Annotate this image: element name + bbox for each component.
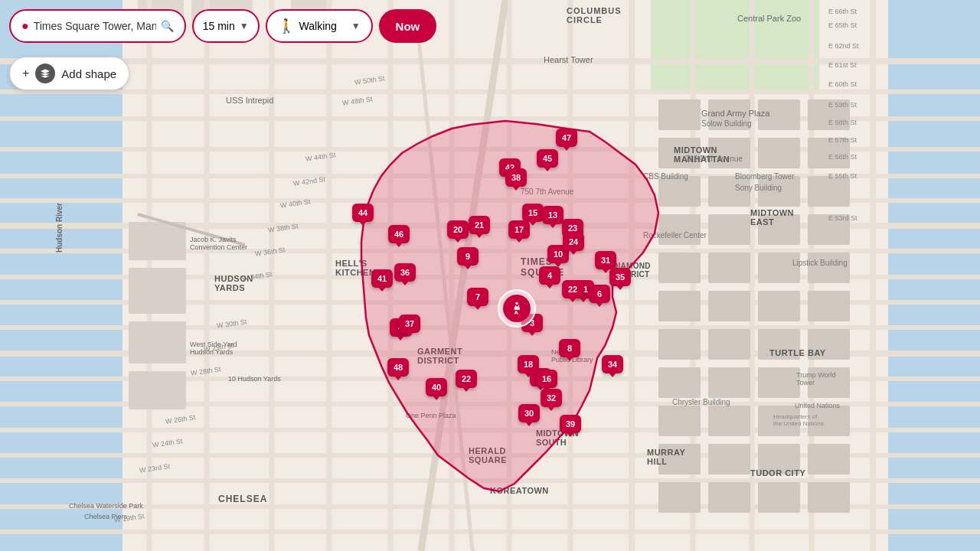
time-selector[interactable]: 15 min ▼ [192, 9, 260, 43]
marker-48[interactable]: 48 [387, 358, 409, 377]
svg-rect-77 [658, 406, 701, 436]
marker-32[interactable]: 32 [541, 389, 562, 407]
e57-label: E 57th St [828, 136, 857, 144]
svg-rect-44 [129, 371, 186, 409]
svg-rect-41 [129, 222, 186, 260]
search-box[interactable]: ● 🔍 [9, 9, 186, 43]
marker-15a[interactable]: 15 [522, 204, 544, 222]
svg-rect-73 [658, 367, 701, 398]
svg-rect-66 [708, 291, 750, 321]
e59-label: E 59th St [828, 101, 857, 109]
one-penn-label: One Penn Plaza [406, 412, 456, 419]
marker-36[interactable]: 36 [394, 263, 416, 282]
svg-rect-78 [708, 406, 750, 436]
svg-rect-68 [808, 291, 850, 321]
columbus-circle-label: COLUMBUSCIRCLE [567, 6, 622, 24]
e62-label: E 62nd St [828, 42, 859, 50]
marker-45[interactable]: 45 [537, 149, 558, 168]
bloomberg-tower-label: Bloomberg Tower [735, 172, 795, 181]
marker-35[interactable]: 35 [609, 268, 631, 286]
koreatown-label: KOREATOWN [490, 486, 549, 495]
walk-icon: 🚶 [278, 18, 295, 34]
hells-kitchen-label: HELL'SKITCHEN [335, 259, 375, 277]
svg-rect-69 [658, 329, 701, 360]
marker-4a[interactable]: 4 [539, 266, 560, 285]
marker-8[interactable]: 8 [559, 339, 580, 357]
marker-38[interactable]: 38 [505, 168, 527, 187]
now-button[interactable]: Now [379, 9, 437, 43]
time-dropdown-arrow: ▼ [240, 21, 249, 31]
trump-tower-label: Trump WorldTower [796, 371, 836, 386]
mode-dropdown-arrow: ▼ [351, 21, 361, 31]
marker-20[interactable]: 20 [447, 220, 469, 239]
marker-41[interactable]: 41 [371, 269, 393, 288]
lipstick-building-label: Lipstick Building [792, 259, 848, 267]
svg-rect-70 [708, 329, 750, 360]
marker-34[interactable]: 34 [602, 355, 623, 373]
marker-31[interactable]: 31 [595, 251, 616, 269]
svg-rect-42 [129, 268, 186, 314]
750-7th-label: 750 7th Avenue [521, 187, 573, 196]
712-fifth-label: 712 Fifth Avenue [685, 155, 743, 163]
svg-rect-86 [708, 482, 750, 513]
e53-label: E 53rd St [828, 214, 858, 222]
svg-rect-62 [708, 253, 750, 283]
time-value: 15 min [203, 20, 235, 32]
rockefeller-label: Rockefeller Center [643, 231, 707, 240]
marker-22[interactable]: 22 [456, 370, 477, 388]
marker-22b[interactable]: 22 [562, 280, 583, 298]
hudson-river-label: Hudson River [55, 203, 64, 253]
center-marker-outer [498, 289, 536, 328]
e60-label: E 60th St [828, 80, 857, 88]
garment-district-label: GARMENTDISTRICT [417, 347, 462, 365]
e55-label: E 55th St [828, 172, 857, 180]
layers-icon [35, 64, 55, 83]
marker-39[interactable]: 39 [560, 415, 581, 433]
center-marker [498, 289, 536, 328]
marker-24[interactable]: 24 [563, 233, 584, 251]
add-shape-label: Add shape [61, 67, 116, 80]
hearst-tower-label: Hearst Tower [544, 55, 593, 64]
marker-37[interactable]: 37 [399, 315, 420, 333]
svg-rect-45 [658, 99, 701, 130]
uss-intrepid-label: USS Intrepid [226, 96, 273, 105]
location-icon: ● [21, 19, 29, 33]
svg-rect-74 [708, 367, 750, 398]
svg-rect-65 [658, 291, 701, 321]
toolbar: ● 🔍 15 min ▼ 🚶 Walking ▼ Now [9, 9, 436, 43]
sony-building-label: Sony Building [735, 184, 782, 192]
marker-30[interactable]: 30 [518, 404, 540, 422]
marker-17[interactable]: 17 [508, 220, 530, 239]
marker-13[interactable]: 13 [542, 206, 564, 224]
svg-rect-67 [758, 291, 800, 321]
chrysler-label: Chrysler Building [672, 398, 730, 406]
marker-16[interactable]: 16 [536, 370, 557, 388]
marker-9[interactable]: 9 [457, 247, 479, 266]
svg-rect-61 [658, 253, 701, 283]
marker-6[interactable]: 6 [589, 285, 610, 303]
svg-rect-63 [758, 253, 800, 283]
marker-44[interactable]: 44 [352, 204, 374, 222]
search-input[interactable] [34, 20, 156, 32]
marker-46[interactable]: 46 [388, 225, 410, 243]
mode-selector[interactable]: 🚶 Walking ▼ [266, 9, 373, 43]
marker-21[interactable]: 21 [469, 216, 490, 234]
e66-label: E 66th St [828, 8, 857, 15]
svg-rect-85 [658, 482, 701, 513]
10-hudson-label: 10 Hudson Yards [228, 375, 281, 383]
cbs-building-label: CBS Building [643, 172, 688, 181]
svg-point-91 [515, 302, 518, 305]
marker-40[interactable]: 40 [426, 378, 447, 396]
svg-rect-75 [758, 367, 800, 398]
add-shape-button[interactable]: + Add shape [9, 57, 129, 90]
e58-label: E 58th St [828, 119, 857, 126]
marker-7[interactable]: 7 [467, 288, 488, 306]
svg-rect-58 [708, 214, 750, 245]
svg-rect-64 [808, 253, 850, 283]
e65-label: E 65th St [828, 21, 857, 29]
svg-rect-88 [808, 482, 850, 513]
marker-47[interactable]: 47 [556, 129, 577, 147]
tudor-city-label: TUDOR CITY [750, 468, 805, 478]
svg-rect-56 [808, 176, 850, 207]
midtown-east-label: MIDTOWNEAST [750, 208, 794, 227]
